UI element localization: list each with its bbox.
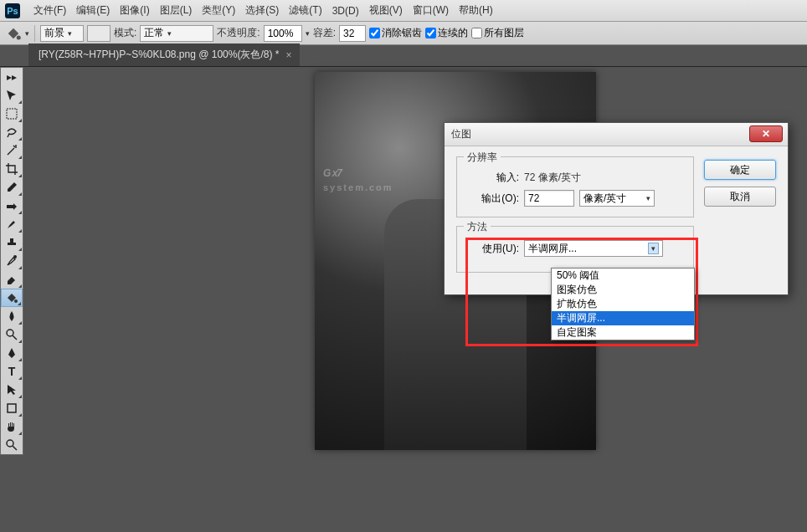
pen-tool-icon[interactable] [1,344,23,362]
antialias-checkbox[interactable]: 消除锯齿 [369,26,422,40]
input-res-value: 72 像素/英寸 [524,171,581,185]
use-label: 使用(U): [467,242,519,256]
type-tool-icon[interactable]: T [1,362,23,381]
menu-select[interactable]: 选择(S) [240,3,284,18]
svg-rect-1 [7,109,17,119]
document-tab-title: [RY(Z58R~H7PH)P~S%0KL08.png @ 100%(灰色/8)… [39,48,279,62]
dialog-close-button[interactable]: ✕ [749,125,783,142]
svg-point-0 [17,35,21,39]
menu-3d[interactable]: 3D(D) [327,5,364,17]
dialog-titlebar[interactable]: 位图 ✕ [445,123,788,146]
svg-rect-2 [7,205,13,208]
mode-dropdown[interactable]: 正常 ▾ [140,25,213,42]
document-tab[interactable]: [RY(Z58R~H7PH)P~S%0KL08.png @ 100%(灰色/8)… [28,43,300,66]
options-bar: ▾ 前景 ▾ 模式: 正常 ▾ 不透明度: 100% ▾ 容差: 32 消除锯齿… [0,22,807,45]
hand-tool-icon[interactable] [1,417,23,436]
zoom-tool-icon[interactable] [1,436,23,454]
dropdown-option-threshold[interactable]: 50% 阈值 [552,269,694,283]
resolution-legend: 分辨率 [464,151,501,165]
path-select-tool-icon[interactable] [1,381,23,399]
dropdown-option-pattern[interactable]: 图案仿色 [552,283,694,297]
preset-caret-icon[interactable]: ▾ [25,29,29,38]
document-tab-bar: [RY(Z58R~H7PH)P~S%0KL08.png @ 100%(灰色/8)… [0,45,807,67]
menu-file[interactable]: 文件(F) [28,3,71,18]
svg-rect-6 [8,404,16,412]
wand-tool-icon[interactable] [1,141,23,160]
separator [34,25,35,42]
pattern-swatch[interactable] [87,25,111,42]
alllayers-checkbox[interactable]: 所有图层 [471,26,524,40]
fill-source-label: 前景 [44,26,64,40]
svg-point-7 [7,440,13,447]
marquee-tool-icon[interactable] [1,105,23,123]
menu-view[interactable]: 视图(V) [364,3,408,18]
dropdown-option-diffusion[interactable]: 扩散仿色 [552,297,694,311]
move-tool-icon[interactable] [1,86,23,105]
menu-image[interactable]: 图像(I) [115,3,154,18]
bucket-tool-icon[interactable] [1,289,23,307]
close-icon: ✕ [762,128,770,140]
method-legend: 方法 [464,220,491,234]
app-logo: Ps [5,3,20,18]
dropdown-option-custom[interactable]: 自定图案 [552,325,694,340]
eraser-tool-icon[interactable] [1,270,23,289]
svg-point-5 [7,330,13,336]
svg-point-3 [13,255,17,258]
cancel-button[interactable]: 取消 [704,187,776,207]
use-dropdown-list: 50% 阈值 图案仿色 扩散仿色 半调网屏... 自定图案 [551,268,695,340]
menu-help[interactable]: 帮助(H) [454,3,498,18]
bucket-tool-preset-icon[interactable] [5,25,22,42]
lasso-tool-icon[interactable] [1,123,23,141]
brush-tool-icon[interactable] [1,215,23,233]
dropdown-option-halftone[interactable]: 半调网屏... [552,311,694,325]
blur-tool-icon[interactable] [1,307,23,325]
output-unit-dropdown[interactable]: 像素/英寸 ▾ [579,190,655,207]
history-brush-tool-icon[interactable] [1,252,23,270]
expand-handle-icon[interactable]: ▸▸ [1,68,23,86]
mode-label: 模式: [114,26,136,40]
resolution-fieldset: 分辨率 输入: 72 像素/英寸 输出(O): 72 像素/英寸 ▾ [456,156,694,217]
menu-bar: Ps 文件(F) 编辑(E) 图像(I) 图层(L) 类型(Y) 选择(S) 滤… [0,0,807,22]
menu-type[interactable]: 类型(Y) [197,3,240,18]
input-res-label: 输入: [467,171,519,185]
mode-value: 正常 [144,26,164,40]
heal-tool-icon[interactable] [1,197,23,215]
shape-tool-icon[interactable] [1,399,23,417]
menu-window[interactable]: 窗口(W) [408,3,454,18]
menu-filter[interactable]: 滤镜(T) [284,3,326,18]
use-dropdown[interactable]: 半调网屏... ▾ [524,240,663,257]
stamp-tool-icon[interactable] [1,233,23,252]
menu-layer[interactable]: 图层(L) [155,3,198,18]
tolerance-label: 容差: [313,26,336,40]
ok-button[interactable]: 确定 [704,160,776,180]
dialog-title: 位图 [451,127,471,141]
output-res-input[interactable]: 72 [524,190,574,207]
caret-icon: ▾ [68,29,72,38]
close-tab-icon[interactable]: × [285,49,291,61]
fill-source-dropdown[interactable]: 前景 ▾ [40,25,84,42]
output-res-label: 输出(O): [467,192,519,206]
caret-icon[interactable]: ▾ [306,29,310,38]
watermark: G x7 system.com [323,156,393,192]
opacity-input[interactable]: 100% [264,25,302,42]
dodge-tool-icon[interactable] [1,325,23,344]
caret-icon: ▾ [646,194,650,202]
tolerance-input[interactable]: 32 [339,25,366,42]
crop-tool-icon[interactable] [1,160,23,178]
contiguous-checkbox[interactable]: 连续的 [425,26,468,40]
method-fieldset: 方法 使用(U): 半调网屏... ▾ [456,226,694,273]
caret-icon: ▾ [167,29,172,38]
opacity-label: 不透明度: [217,26,260,40]
menu-edit[interactable]: 编辑(E) [71,3,115,18]
eyedropper-tool-icon[interactable] [1,178,23,197]
caret-icon: ▾ [648,243,659,254]
toolbox: ▸▸ T [0,67,23,455]
